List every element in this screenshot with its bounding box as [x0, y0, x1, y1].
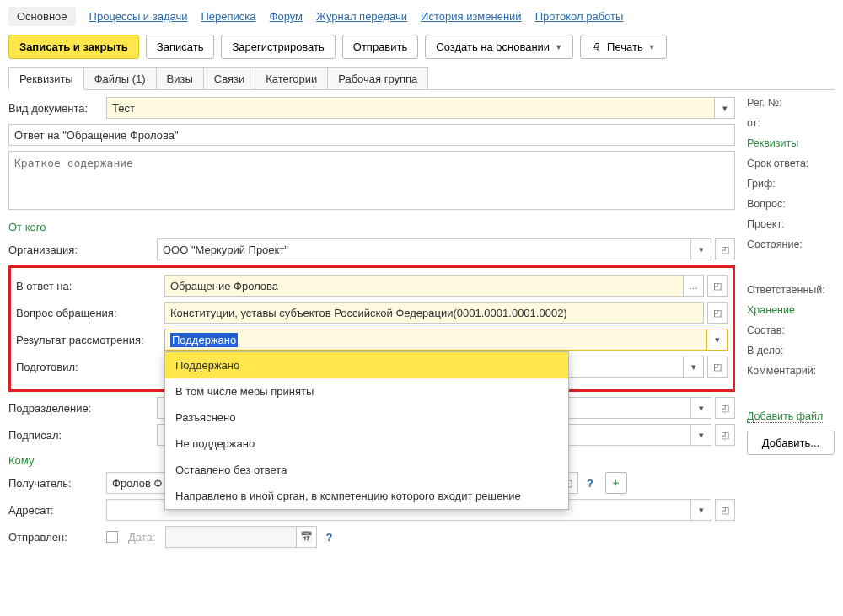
side-to-case: В дело:	[747, 345, 835, 356]
highlighted-block: В ответ на: Обращение Фролова … ◰ Вопрос…	[8, 265, 735, 392]
top-nav: Основное Процессы и задачи Переписка Фор…	[8, 7, 835, 26]
reply-to-label: В ответ на:	[16, 280, 159, 292]
side-reply-due: Срок ответа:	[747, 158, 835, 169]
prepared-open-icon[interactable]: ◰	[707, 356, 728, 378]
date-input[interactable]	[165, 526, 297, 548]
result-input[interactable]: Поддержано	[164, 329, 707, 351]
doc-type-input[interactable]: Тест	[106, 97, 715, 119]
reply-to-input[interactable]: Обращение Фролова	[164, 275, 684, 297]
side-panel: Рег. №: от: Реквизиты Срок ответа: Гриф:…	[735, 97, 835, 553]
doc-type-label: Вид документа:	[8, 102, 101, 115]
org-input[interactable]: ООО "Меркурий Проект"	[157, 238, 691, 260]
result-label: Результат рассмотрения:	[16, 334, 159, 346]
addressee-label: Адресат:	[8, 504, 101, 517]
tabs: Реквизиты Файлы (1) Визы Связи Категории…	[8, 67, 835, 90]
send-button[interactable]: Отправить	[342, 35, 418, 59]
nav-correspondence[interactable]: Переписка	[201, 10, 256, 23]
reply-to-ellipsis-icon[interactable]: …	[684, 275, 704, 297]
tab-details[interactable]: Реквизиты	[8, 67, 84, 90]
nav-history[interactable]: История изменений	[421, 10, 522, 23]
dropdown-option[interactable]: Разъяснено	[165, 404, 568, 431]
recipient-help-icon[interactable]: ?	[583, 477, 597, 490]
recipient-label: Получатель:	[8, 477, 101, 490]
department-open-icon[interactable]: ◰	[715, 397, 735, 419]
side-project: Проект:	[747, 218, 835, 230]
addressee-dropdown-icon[interactable]: ▾	[691, 499, 711, 521]
summary-textarea[interactable]	[8, 151, 735, 210]
doc-type-dropdown-icon[interactable]: ▾	[715, 97, 735, 119]
org-dropdown-icon[interactable]: ▾	[691, 238, 711, 260]
dropdown-option[interactable]: Направлено в иной орган, в компетенцию к…	[165, 483, 568, 509]
nav-main[interactable]: Основное	[8, 7, 76, 26]
tab-categories[interactable]: Категории	[255, 67, 328, 89]
side-state: Состояние:	[747, 238, 835, 250]
nav-forum[interactable]: Форум	[270, 10, 303, 23]
side-comment: Комментарий:	[747, 365, 835, 377]
side-details-title: Реквизиты	[747, 137, 835, 149]
side-from: от:	[747, 117, 835, 129]
chevron-down-icon: ▼	[648, 43, 656, 51]
signed-label: Подписал:	[8, 429, 152, 442]
dropdown-option[interactable]: В том числе меры приняты	[165, 378, 568, 404]
side-add-button[interactable]: Добавить...	[747, 431, 835, 455]
side-question: Вопрос:	[747, 198, 835, 210]
dropdown-option[interactable]: Не поддержано	[165, 431, 568, 457]
org-open-icon[interactable]: ◰	[715, 238, 735, 260]
create-based-button[interactable]: Создать на основании▼	[425, 35, 573, 59]
dropdown-option[interactable]: Поддержано	[165, 352, 568, 378]
signed-open-icon[interactable]: ◰	[715, 424, 735, 446]
tab-workgroup[interactable]: Рабочая группа	[327, 67, 428, 89]
recipient-add-button[interactable]: ＋	[605, 472, 627, 494]
side-reg-no: Рег. №:	[747, 97, 835, 109]
department-label: Подразделение:	[8, 402, 152, 415]
save-button[interactable]: Записать	[146, 35, 215, 59]
calendar-icon[interactable]	[297, 526, 317, 548]
reply-to-open-icon[interactable]: ◰	[707, 275, 728, 297]
title-input[interactable]: Ответ на "Обращение Фролова"	[8, 124, 735, 146]
from-section-title: От кого	[8, 221, 735, 233]
printer-icon: 🖨	[591, 40, 602, 53]
org-label: Организация:	[8, 244, 152, 256]
side-responsible: Ответственный:	[747, 284, 835, 296]
tab-visas[interactable]: Визы	[156, 67, 204, 89]
side-composition: Состав:	[747, 324, 835, 336]
chevron-down-icon: ▼	[555, 43, 562, 51]
result-dropdown: Поддержано В том числе меры приняты Разъ…	[164, 351, 569, 510]
toolbar: Записать и закрыть Записать Зарегистриро…	[8, 35, 835, 59]
date-label: Дата:	[128, 531, 155, 544]
dropdown-option[interactable]: Оставлено без ответа	[165, 457, 568, 483]
save-close-button[interactable]: Записать и закрыть	[8, 35, 139, 59]
prepared-label: Подготовил:	[16, 361, 159, 373]
register-button[interactable]: Зарегистрировать	[221, 35, 335, 59]
side-storage-title: Хранение	[747, 304, 835, 316]
nav-transfer-log[interactable]: Журнал передачи	[316, 10, 407, 23]
tab-files[interactable]: Файлы (1)	[83, 67, 157, 89]
sent-label: Отправлен:	[8, 531, 101, 544]
question-input[interactable]: Конституции, уставы субъектов Российской…	[164, 302, 704, 324]
sent-checkbox[interactable]	[106, 531, 118, 543]
addressee-open-icon[interactable]: ◰	[715, 499, 735, 521]
side-add-file-link[interactable]: Добавить файл	[747, 410, 823, 423]
signed-dropdown-icon[interactable]: ▾	[691, 424, 711, 446]
question-open-icon[interactable]: ◰	[707, 302, 728, 324]
nav-processes[interactable]: Процессы и задачи	[89, 10, 188, 23]
side-grif: Гриф:	[747, 178, 835, 190]
tab-links[interactable]: Связи	[203, 67, 255, 89]
result-dropdown-icon[interactable]: ▾	[707, 329, 728, 351]
date-help-icon[interactable]: ?	[322, 531, 336, 544]
print-button[interactable]: 🖨 Печать▼	[580, 35, 667, 59]
question-label: Вопрос обращения:	[16, 307, 159, 319]
prepared-dropdown-icon[interactable]: ▾	[684, 356, 704, 378]
nav-protocol[interactable]: Протокол работы	[535, 10, 624, 23]
department-dropdown-icon[interactable]: ▾	[691, 397, 711, 419]
